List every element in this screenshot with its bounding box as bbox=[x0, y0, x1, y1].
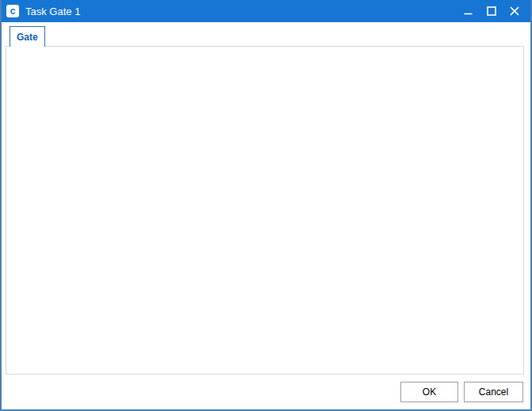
app-icon: c bbox=[6, 5, 19, 17]
tab-gate[interactable]: Gate bbox=[10, 26, 45, 47]
maximize-icon bbox=[487, 6, 496, 16]
close-icon bbox=[510, 6, 519, 16]
app-icon-letter: c bbox=[10, 6, 16, 16]
ok-button[interactable]: OK bbox=[400, 382, 458, 402]
close-button[interactable] bbox=[503, 0, 526, 22]
tab-gate-label: Gate bbox=[17, 32, 38, 43]
minimize-icon bbox=[464, 7, 473, 16]
window-title: Task Gate 1 bbox=[25, 6, 80, 17]
minimize-button[interactable] bbox=[457, 0, 480, 22]
cancel-button[interactable]: Cancel bbox=[464, 382, 523, 402]
task-gate-dialog: c Task Gate 1 Gate bbox=[0, 0, 532, 411]
window-controls bbox=[457, 0, 526, 22]
tab-page bbox=[6, 46, 524, 375]
maximize-button[interactable] bbox=[480, 0, 503, 22]
titlebar[interactable]: c Task Gate 1 bbox=[2, 0, 530, 22]
